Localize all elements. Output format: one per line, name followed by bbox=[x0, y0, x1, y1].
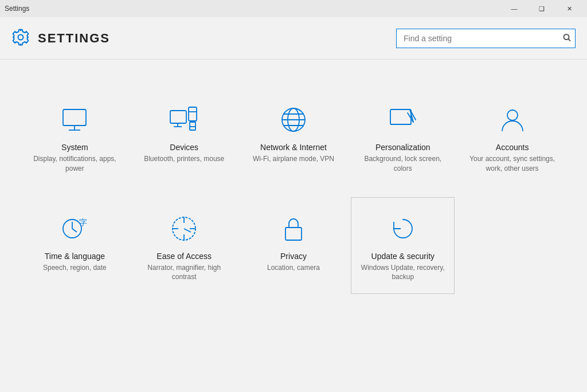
setting-desc-devices: Bluetooth, printers, mouse bbox=[144, 154, 224, 164]
setting-name-network: Network & Internet bbox=[260, 143, 327, 152]
search-box bbox=[396, 29, 576, 48]
setting-name-devices: Devices bbox=[170, 143, 198, 152]
setting-name-accounts: Accounts bbox=[496, 143, 529, 152]
setting-item-personalization[interactable]: Personalization Background, lock screen,… bbox=[351, 88, 455, 186]
setting-desc-personalization: Background, lock screen, colors bbox=[357, 154, 448, 174]
setting-item-accounts[interactable]: Accounts Your account, sync settings, wo… bbox=[460, 88, 564, 186]
search-icon-button[interactable] bbox=[563, 33, 571, 43]
title-bar-controls: — ❑ ✕ bbox=[501, 2, 582, 15]
header-left: SETTINGS bbox=[11, 28, 110, 49]
svg-rect-7 bbox=[189, 107, 197, 121]
main-content: System Display, notifications, apps, pow… bbox=[0, 60, 587, 392]
setting-name-privacy: Privacy bbox=[280, 252, 307, 261]
personalization-icon bbox=[386, 103, 420, 137]
minimize-button[interactable]: — bbox=[501, 2, 527, 15]
network-icon bbox=[276, 103, 311, 137]
svg-rect-9 bbox=[190, 122, 195, 130]
svg-point-20 bbox=[507, 110, 518, 120]
svg-point-1 bbox=[564, 34, 569, 40]
maximize-button[interactable]: ❑ bbox=[529, 2, 555, 15]
setting-name-ease: Ease of Access bbox=[156, 252, 212, 261]
setting-item-system[interactable]: System Display, notifications, apps, pow… bbox=[23, 88, 127, 186]
settings-grid-bottom: 字 Time & language Speech, region, date E… bbox=[23, 197, 564, 295]
setting-item-update[interactable]: Update & security Windows Update, recove… bbox=[351, 197, 455, 295]
setting-item-privacy[interactable]: Privacy Location, camera bbox=[242, 197, 346, 295]
title-bar-text: Settings bbox=[5, 5, 29, 13]
close-button[interactable]: ✕ bbox=[556, 2, 582, 15]
setting-desc-ease: Narrator, magnifier, high contrast bbox=[139, 263, 230, 283]
setting-desc-privacy: Location, camera bbox=[267, 263, 320, 273]
svg-rect-6 bbox=[170, 111, 186, 123]
setting-name-system: System bbox=[61, 143, 88, 152]
svg-rect-3 bbox=[63, 109, 86, 126]
setting-item-ease[interactable]: Ease of Access Narrator, magnifier, high… bbox=[132, 197, 236, 295]
setting-desc-time: Speech, region, date bbox=[43, 263, 107, 273]
title-bar: Settings — ❑ ✕ bbox=[0, 0, 587, 17]
privacy-icon bbox=[276, 211, 311, 246]
svg-text:字: 字 bbox=[79, 218, 87, 227]
svg-line-23 bbox=[72, 229, 77, 232]
setting-name-personalization: Personalization bbox=[375, 143, 431, 152]
setting-name-update: Update & security bbox=[371, 252, 435, 261]
svg-rect-18 bbox=[390, 109, 411, 124]
header: SETTINGS bbox=[0, 17, 587, 60]
system-icon bbox=[57, 103, 92, 137]
time-icon: 字 bbox=[57, 211, 92, 246]
setting-desc-system: Display, notifications, apps, power bbox=[29, 154, 120, 174]
svg-point-0 bbox=[18, 34, 24, 40]
svg-rect-31 bbox=[285, 228, 302, 240]
setting-item-time[interactable]: 字 Time & language Speech, region, date bbox=[23, 197, 127, 295]
setting-name-time: Time & language bbox=[45, 252, 105, 261]
setting-item-network[interactable]: Network & Internet Wi-Fi, airplane mode,… bbox=[242, 88, 346, 186]
update-icon bbox=[386, 211, 420, 246]
svg-line-2 bbox=[569, 39, 571, 41]
ease-icon bbox=[167, 211, 201, 246]
settings-gear-icon bbox=[11, 28, 30, 49]
search-input[interactable] bbox=[396, 29, 576, 48]
setting-desc-network: Wi-Fi, airplane mode, VPN bbox=[253, 154, 334, 164]
setting-desc-accounts: Your account, sync settings, work, other… bbox=[467, 154, 558, 174]
setting-desc-update: Windows Update, recovery, backup bbox=[357, 263, 448, 283]
settings-grid-top: System Display, notifications, apps, pow… bbox=[23, 88, 564, 186]
accounts-icon bbox=[495, 103, 530, 137]
devices-icon bbox=[167, 103, 201, 137]
page-title: SETTINGS bbox=[38, 31, 110, 46]
setting-item-devices[interactable]: Devices Bluetooth, printers, mouse bbox=[132, 88, 236, 186]
